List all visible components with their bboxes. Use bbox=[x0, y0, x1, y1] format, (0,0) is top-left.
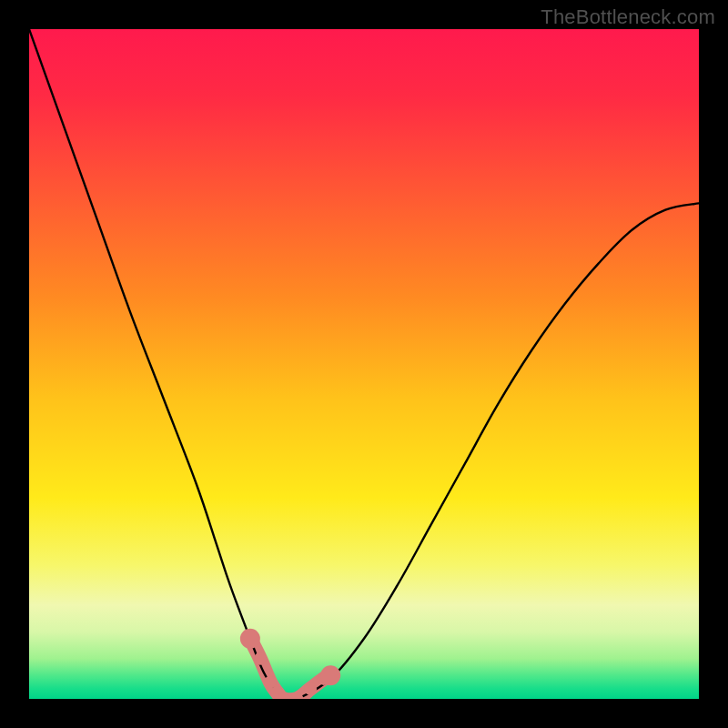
bottleneck-curve bbox=[29, 29, 699, 699]
optimal-marker bbox=[304, 682, 317, 695]
optimal-marker bbox=[240, 629, 260, 649]
optimal-marker bbox=[254, 652, 267, 665]
optimal-marker bbox=[320, 665, 340, 685]
curve-layer bbox=[29, 29, 699, 699]
watermark-text: TheBottleneck.com bbox=[541, 5, 715, 29]
plot-area bbox=[29, 29, 699, 699]
chart-frame: TheBottleneck.com bbox=[0, 0, 728, 728]
